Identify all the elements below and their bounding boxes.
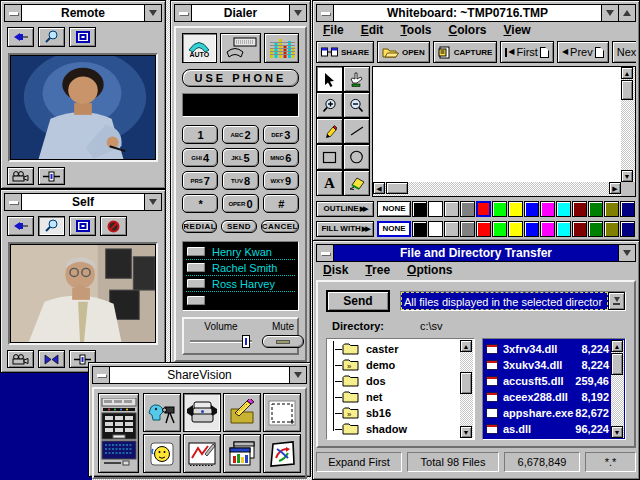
color-swatch[interactable] xyxy=(604,201,619,217)
menu-options[interactable]: Options xyxy=(407,263,452,277)
hand-tool[interactable] xyxy=(343,66,370,92)
video-settings-button[interactable] xyxy=(38,167,65,185)
color-swatch[interactable] xyxy=(572,201,587,217)
folder-name[interactable]: caster xyxy=(366,343,398,355)
pin-button[interactable] xyxy=(7,27,34,47)
combobox-dropdown-button[interactable] xyxy=(608,292,625,310)
file-row[interactable]: 3xfrv34.dll8,224 xyxy=(485,341,610,357)
color-swatch[interactable] xyxy=(556,201,571,217)
ellipse-tool[interactable] xyxy=(343,144,370,170)
control-menu-button[interactable] xyxy=(5,5,22,21)
pin-button[interactable] xyxy=(7,216,34,236)
control-menu-button[interactable] xyxy=(175,5,192,21)
color-swatch[interactable] xyxy=(460,221,475,237)
color-swatch[interactable] xyxy=(620,201,635,217)
menu-file[interactable]: File xyxy=(323,23,344,37)
color-swatch[interactable] xyxy=(412,221,427,237)
folder-name[interactable]: net xyxy=(366,391,383,403)
color-swatch-selected[interactable] xyxy=(476,201,491,217)
color-swatch[interactable] xyxy=(524,221,539,237)
directory-tree-list[interactable]: caster » demo dos net » sb16 xyxy=(326,338,475,440)
color-swatch[interactable] xyxy=(524,201,539,217)
control-menu-button[interactable] xyxy=(5,194,22,210)
whiteboard-tools-button[interactable] xyxy=(223,393,261,432)
auto-dial-mode-button[interactable]: AUTO xyxy=(182,33,217,63)
volume-slider[interactable] xyxy=(190,340,252,343)
color-swatch[interactable] xyxy=(556,221,571,237)
color-swatch[interactable] xyxy=(444,201,459,217)
fill-label-button[interactable]: FILL WITH▶▶ xyxy=(316,221,374,237)
use-phone-button[interactable]: USE PHONE xyxy=(182,69,299,87)
speed-dial-button[interactable] xyxy=(186,278,206,289)
rectangle-tool[interactable] xyxy=(316,144,343,170)
key-pound[interactable]: # xyxy=(263,194,299,213)
menu-tree[interactable]: Tree xyxy=(365,263,390,277)
scroll-thumb[interactable] xyxy=(611,353,623,375)
contact-name[interactable]: Ross Harvey xyxy=(212,278,275,290)
send-scope-combobox[interactable]: All files displayed in the selected dire… xyxy=(400,291,626,311)
tree-row[interactable]: caster xyxy=(329,341,459,357)
key-4[interactable]: GHI4 xyxy=(182,148,218,167)
zoom-button[interactable] xyxy=(38,216,65,236)
menu-disk[interactable]: Disk xyxy=(323,263,348,277)
menu-tools[interactable]: Tools xyxy=(400,23,431,37)
mirror-button[interactable] xyxy=(38,350,65,368)
scroll-thumb[interactable] xyxy=(386,182,408,194)
file-row[interactable]: as.dll96,224 xyxy=(485,421,610,437)
volume-slider-thumb[interactable] xyxy=(242,335,250,348)
capture-button[interactable]: CAPTURE xyxy=(433,41,498,63)
prev-page-button[interactable]: ◀ Prev xyxy=(557,41,609,63)
scroll-up-button[interactable]: ▲ xyxy=(460,340,472,352)
scroll-down-button[interactable]: ▼ xyxy=(460,426,472,438)
self-view-button[interactable] xyxy=(143,434,181,473)
speed-dial-button[interactable] xyxy=(186,246,206,257)
folder-name[interactable]: demo xyxy=(366,359,395,371)
eraser-tool[interactable] xyxy=(343,170,370,196)
file-list-scrollbar[interactable]: ▲ ▼ xyxy=(611,340,624,438)
key-0[interactable]: OPER0 xyxy=(222,194,258,213)
contact-name[interactable]: Henry Kwan xyxy=(212,246,272,258)
file-list[interactable]: 3xfrv34.dll8,224 3xukv34.dll8,224 accusf… xyxy=(482,338,626,440)
whiteboard-canvas[interactable] xyxy=(373,67,621,182)
app-share-button[interactable] xyxy=(223,434,261,473)
full-view-button[interactable] xyxy=(69,216,96,236)
minimize-button[interactable] xyxy=(289,5,306,21)
manual-dial-mode-button[interactable] xyxy=(220,33,262,63)
color-swatch[interactable] xyxy=(508,201,523,217)
key-5[interactable]: JKL5 xyxy=(222,148,258,167)
scroll-up-button[interactable]: ▲ xyxy=(621,67,633,79)
key-8[interactable]: TUV8 xyxy=(222,171,258,190)
control-menu-button[interactable] xyxy=(317,5,334,21)
send-button[interactable]: Send xyxy=(326,290,390,312)
text-tool[interactable]: A xyxy=(316,170,343,196)
canvas-vertical-scrollbar[interactable]: ▲ ▼ xyxy=(621,67,635,182)
line-tool[interactable] xyxy=(343,118,370,144)
camera-button[interactable] xyxy=(7,350,34,368)
color-swatch[interactable] xyxy=(540,221,555,237)
key-1[interactable]: 1 xyxy=(182,125,218,144)
snapshot-region-button[interactable] xyxy=(263,393,301,432)
next-page-button[interactable]: Next ▶ xyxy=(612,41,636,63)
minimize-button[interactable] xyxy=(289,367,306,383)
color-swatch[interactable] xyxy=(588,201,603,217)
color-swatch[interactable] xyxy=(588,221,603,237)
key-star[interactable]: * xyxy=(182,194,218,213)
file-row[interactable]: accusft5.dll259,46 xyxy=(485,373,610,389)
contact-name[interactable]: Rachel Smith xyxy=(212,262,277,274)
key-2[interactable]: ABC2 xyxy=(222,125,258,144)
color-swatch[interactable] xyxy=(412,201,427,217)
minimize-button[interactable] xyxy=(618,245,635,261)
zoom-in-tool[interactable] xyxy=(316,92,343,118)
control-menu-button[interactable] xyxy=(93,367,110,383)
zoom-out-tool[interactable] xyxy=(343,92,370,118)
menu-view[interactable]: View xyxy=(504,23,531,37)
tree-scrollbar[interactable]: ▲ ▼ xyxy=(460,340,473,438)
color-swatch[interactable] xyxy=(492,201,507,217)
tree-row[interactable]: dos xyxy=(329,373,459,389)
fill-none-button-selected[interactable]: NONE xyxy=(377,221,411,237)
mute-button[interactable] xyxy=(262,335,304,348)
first-page-button[interactable]: ◀ First xyxy=(500,41,554,63)
key-3[interactable]: DEF3 xyxy=(263,125,299,144)
folder-name[interactable]: sb16 xyxy=(366,407,391,419)
send-call-button[interactable]: SEND xyxy=(221,220,256,233)
